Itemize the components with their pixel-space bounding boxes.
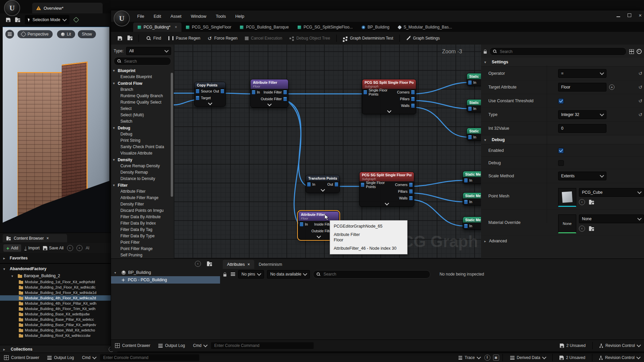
console-input-main[interactable] bbox=[100, 354, 199, 361]
browse-to-asset-icon[interactable] bbox=[589, 227, 594, 231]
no-data-dropdown[interactable]: No data available bbox=[267, 270, 310, 279]
point-mesh-dropdown[interactable]: PCG_Cube bbox=[579, 188, 644, 197]
palette-category[interactable]: ▾Debug bbox=[111, 125, 174, 131]
palette-search-box[interactable] bbox=[114, 57, 171, 65]
graph-node[interactable]: Transform PointsInOut bbox=[306, 175, 340, 193]
menu-asset[interactable]: Asset bbox=[166, 14, 186, 19]
graph-node[interactable]: Attribute FilterFloorInInside FilterOuts… bbox=[250, 79, 288, 108]
palette-search-input[interactable] bbox=[123, 59, 168, 64]
import-button[interactable]: ↓ Import bbox=[24, 246, 40, 250]
close-icon[interactable]: × bbox=[248, 262, 250, 267]
settings-section-header[interactable]: ▾ Settings bbox=[481, 58, 644, 67]
lit-button[interactable]: Lit bbox=[57, 30, 75, 38]
folder-row[interactable]: Modular_Building_2nd_Floor_Kit_wdhkcdlc bbox=[0, 285, 111, 290]
browse-asset-icon[interactable] bbox=[127, 37, 132, 40]
graph-node[interactable]: PCG SG Split Single Floor PointsSubgraph… bbox=[362, 79, 416, 114]
use-selected-asset-icon[interactable]: ‹ bbox=[579, 226, 585, 232]
find-button[interactable]: Find bbox=[143, 34, 165, 43]
graph-node[interactable]: PCG SG Split Single Floor PointsSubgraph… bbox=[359, 172, 414, 207]
lock-icon[interactable] bbox=[223, 274, 226, 277]
cmd-dropdown[interactable]: Cmd bbox=[189, 340, 211, 351]
attributes-search-input[interactable] bbox=[323, 272, 427, 277]
asset-tab[interactable]: PCG_SG_SplitSingleFloo... bbox=[293, 22, 357, 32]
pause-regen-button[interactable]: Pause Regen bbox=[165, 34, 204, 43]
collections-row[interactable]: ▸ Collections + bbox=[0, 345, 117, 353]
node-collapse-footer[interactable] bbox=[360, 201, 414, 206]
maximize-icon[interactable] bbox=[628, 13, 631, 17]
palette-node-item[interactable]: Distance to Density bbox=[111, 176, 174, 182]
save-icon[interactable] bbox=[118, 36, 122, 41]
enabled-checkbox[interactable] bbox=[558, 148, 564, 154]
folder-row[interactable]: Modular_Building_4th_Floor_Trim_Kit_wdh bbox=[0, 306, 111, 311]
type-filter-dropdown[interactable]: All bbox=[126, 47, 171, 55]
node-collapse-footer[interactable] bbox=[362, 109, 416, 114]
add-attribute-icon[interactable]: + bbox=[609, 84, 614, 90]
graph-node-static-mesh[interactable]: Static MesIn bbox=[463, 217, 481, 230]
graph-settings-button[interactable]: Graph Settings bbox=[402, 34, 443, 43]
palette-category[interactable]: ▾Blueprint bbox=[111, 67, 174, 74]
close-icon[interactable]: × bbox=[639, 12, 642, 18]
point-mesh-thumbnail[interactable] bbox=[558, 188, 576, 207]
palette-node-item[interactable]: Point Filter Range bbox=[111, 246, 174, 252]
reset-to-default-icon[interactable]: ↺ bbox=[638, 112, 642, 117]
folder-row[interactable]: Modular_Building_4th_Floor_Kit_wdhkca2d bbox=[0, 295, 111, 301]
palette-node-item[interactable]: Runtime Quality Branch bbox=[111, 93, 174, 99]
palette-node-item[interactable]: Select (Multi) bbox=[111, 112, 174, 118]
palette-node-item[interactable]: Self Pruning bbox=[111, 252, 174, 258]
output-log-button[interactable]: Output Log bbox=[43, 353, 78, 362]
perspective-button[interactable]: Perspective bbox=[17, 30, 53, 38]
quick-add-icon[interactable] bbox=[73, 17, 79, 23]
graph-node[interactable]: Copy PointsSourceOutTarget bbox=[194, 82, 226, 107]
reset-to-default-icon[interactable]: ↺ bbox=[638, 99, 642, 103]
menu-tools[interactable]: Tools bbox=[211, 14, 230, 19]
reset-to-default-icon[interactable]: ↺ bbox=[638, 71, 642, 76]
minimize-icon[interactable] bbox=[616, 16, 620, 17]
type-dropdown[interactable]: Integer 32 bbox=[558, 110, 606, 119]
graph-node-static-mesh[interactable]: Static MesIn bbox=[463, 171, 481, 184]
content-browser-tab[interactable]: Content Browser × bbox=[3, 234, 67, 242]
derived-data-button[interactable]: Derived Data bbox=[506, 353, 550, 362]
asset-tab[interactable]: PCG_Building*× bbox=[133, 22, 181, 32]
collapse-arrow-icon[interactable]: ▸ bbox=[3, 256, 8, 260]
expand-arrow-icon[interactable]: ▾ bbox=[484, 60, 489, 64]
palette-node-item[interactable]: Density Filter bbox=[111, 201, 174, 207]
insights-pause-icon[interactable]: ‖ bbox=[484, 355, 490, 361]
asset-tab[interactable]: S_Modular_Building_Bas... bbox=[394, 22, 457, 32]
palette-node-item[interactable]: Debug bbox=[111, 131, 174, 137]
palette-node-item[interactable]: Print String bbox=[111, 137, 174, 144]
menu-edit[interactable]: Edit bbox=[149, 14, 166, 19]
tree-folder-row[interactable]: ▾ Baroque_Building_2 bbox=[0, 273, 111, 279]
palette-node-item[interactable]: Density Remap bbox=[111, 169, 174, 176]
gear-icon[interactable] bbox=[637, 49, 642, 54]
revision-control-button[interactable]: Revision Control bbox=[595, 353, 644, 362]
material-override-thumbnail[interactable]: None bbox=[558, 215, 576, 233]
details-search-box[interactable] bbox=[489, 47, 627, 56]
show-button[interactable]: Show bbox=[78, 30, 96, 38]
graph-node-static-mesh[interactable]: StaticIn bbox=[467, 99, 481, 112]
asset-tab[interactable]: BP_Building bbox=[357, 22, 394, 32]
lock-icon[interactable] bbox=[484, 51, 487, 54]
palette-node-item[interactable]: Attribute Filter Range bbox=[111, 195, 174, 201]
unsaved-button[interactable]: 2 Unsaved bbox=[556, 340, 590, 351]
asset-tab[interactable]: PCG_Building_Baroque bbox=[235, 22, 293, 32]
expand-arrow-icon[interactable]: ▾ bbox=[114, 271, 119, 275]
revision-control-button[interactable]: Revision Control bbox=[595, 340, 644, 351]
trace-button[interactable]: Trace bbox=[454, 353, 484, 362]
folder-row[interactable]: Modular_Building_3rd_Floor_Kit_wdhkda1d bbox=[0, 290, 111, 295]
folder-row[interactable]: Modular_Building_4th_Floor_Pillar_Kit_wd… bbox=[0, 301, 111, 306]
palette-node-item[interactable]: Sanity Check Point Data bbox=[111, 144, 174, 150]
browse-icon[interactable] bbox=[207, 262, 212, 266]
advanced-row[interactable]: ▸ Advanced bbox=[481, 236, 644, 246]
palette-node-item[interactable]: Point Filter bbox=[111, 239, 174, 246]
palette-node-item[interactable]: Select bbox=[111, 106, 174, 112]
palette-node-item[interactable]: Runtime Quality Select bbox=[111, 99, 174, 106]
menu-file[interactable]: File bbox=[132, 14, 149, 19]
palette-category[interactable]: ▾Density bbox=[111, 157, 174, 163]
palette-node-item[interactable]: Filter Data By Index bbox=[111, 220, 174, 227]
forward-icon[interactable]: › bbox=[76, 245, 83, 251]
folder-row[interactable]: Modular_Building_Base_Kit_wdetbjudw bbox=[0, 311, 111, 317]
tree-root-row[interactable]: ▾ AbandonedFactory bbox=[0, 265, 111, 273]
menu-help[interactable]: Help bbox=[230, 14, 249, 19]
palette-category[interactable]: ▾Filter bbox=[111, 182, 174, 188]
material-override-dropdown[interactable]: None bbox=[579, 215, 644, 223]
